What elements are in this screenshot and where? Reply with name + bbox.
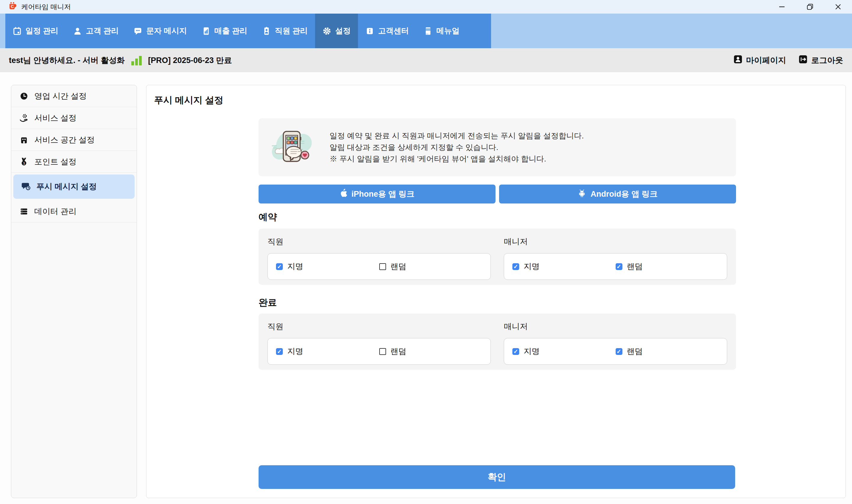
clock-icon (19, 92, 29, 101)
logout-arrow-icon (798, 55, 808, 66)
checkbox-complete-manager-random[interactable]: 랜덤 (616, 346, 727, 357)
signal-bars-icon (131, 55, 142, 65)
checkbox-box-reservation-staff: 지명 랜덤 (268, 253, 491, 280)
phone-notification-illustration (269, 125, 314, 170)
mypage-button[interactable]: 마이페이지 (733, 55, 786, 66)
checkbox-reservation-staff-named[interactable]: 지명 (268, 261, 379, 272)
sidebar-item-business-hours[interactable]: 영업 시간 설정 (11, 85, 137, 107)
apple-icon (340, 189, 347, 200)
window-titlebar: C 케어타임 매니저 (0, 0, 852, 14)
info-icon (365, 26, 374, 36)
mypage-person-icon (733, 55, 743, 66)
content-area: 영업 시간 설정 서비스 설정 서비스 공간 설정 (0, 72, 852, 504)
maximize-button[interactable] (796, 0, 824, 14)
greeting-text: test님 안녕하세요. - 서버 활성화 (9, 55, 125, 66)
tab-staff[interactable]: 직원 관리 (255, 14, 315, 48)
checkbox-box-complete-staff: 지명 랜덤 (268, 338, 491, 365)
checkbox-icon (512, 263, 519, 270)
column-label-staff: 직원 (268, 321, 491, 332)
gear-icon (323, 26, 331, 36)
push-message-settings-panel: 푸시 메시지 설정 (146, 85, 846, 498)
checkbox-reservation-manager-named[interactable]: 지명 (504, 261, 616, 272)
sidebar-item-push-messages[interactable]: 푸시 메시지 설정 (13, 175, 134, 199)
settings-sidebar: 영업 시간 설정 서비스 설정 서비스 공간 설정 (11, 85, 137, 498)
section-heading-complete: 완료 (258, 296, 846, 309)
building-icon (19, 136, 29, 144)
tab-manual[interactable]: 메뉴얼 (416, 14, 467, 48)
sidebar-item-points[interactable]: 1 포인트 설정 (11, 151, 137, 173)
tab-schedule[interactable]: 일정 관리 (5, 14, 66, 48)
checkbox-complete-staff-named[interactable]: 지명 (268, 346, 379, 357)
manual-book-icon (424, 26, 433, 36)
svg-text:1: 1 (23, 162, 25, 165)
main-navbar: 일정 관리 고객 관리 문자 메시지 (0, 14, 852, 48)
android-icon (578, 189, 586, 200)
iphone-app-link-button[interactable]: iPhone용 앱 링크 (258, 184, 495, 203)
info-description: 일정 예약 및 완료 시 직원과 매니저에게 전송되는 푸시 알림을 설정합니다… (329, 130, 584, 165)
tab-settings[interactable]: 설정 (315, 14, 358, 48)
service-hand-gear-icon (19, 113, 29, 123)
checkbox-box-reservation-manager: 지명 랜덤 (504, 253, 727, 280)
confirm-button[interactable]: 확인 (258, 465, 735, 489)
tab-support[interactable]: 고객센터 (358, 14, 416, 48)
minimize-button[interactable] (768, 0, 796, 14)
checkbox-box-complete-manager: 지명 랜덤 (504, 338, 727, 365)
column-label-manager: 매니저 (504, 236, 727, 247)
reservation-panel: 직원 지명 랜덤 매니저 지명 (258, 229, 736, 285)
svg-text:C: C (11, 4, 14, 9)
sidebar-item-service-space[interactable]: 서비스 공간 설정 (11, 129, 137, 151)
info-box: 일정 예약 및 완료 시 직원과 매니저에게 전송되는 푸시 알림을 설정합니다… (258, 118, 736, 176)
window-title: 케어타임 매니저 (21, 2, 71, 12)
checkbox-complete-manager-named[interactable]: 지명 (504, 346, 616, 357)
medal-icon: 1 (19, 157, 29, 166)
checkbox-icon (379, 348, 386, 355)
sales-chart-icon (202, 26, 211, 36)
logout-button[interactable]: 로그아웃 (798, 55, 843, 66)
calendar-icon (13, 26, 22, 36)
customer-icon (73, 26, 82, 36)
checkbox-icon (276, 348, 283, 355)
sidebar-item-data[interactable]: 데이터 관리 (11, 200, 137, 222)
checkbox-complete-staff-random[interactable]: 랜덤 (379, 346, 491, 357)
message-icon (133, 26, 142, 36)
tab-sms[interactable]: 문자 메시지 (126, 14, 194, 48)
checkbox-icon (616, 348, 622, 355)
tab-customers[interactable]: 고객 관리 (66, 14, 126, 48)
checkbox-reservation-manager-random[interactable]: 랜덤 (616, 261, 727, 272)
license-text: [PRO] 2025-06-23 만료 (148, 55, 232, 66)
checkbox-icon (512, 348, 519, 355)
android-app-link-button[interactable]: Android용 앱 링크 (499, 184, 736, 203)
sidebar-item-service-settings[interactable]: 서비스 설정 (11, 107, 137, 129)
checkbox-reservation-staff-random[interactable]: 랜덤 (379, 261, 491, 272)
checkbox-icon (276, 263, 283, 270)
database-icon (19, 207, 29, 216)
caretime-cup-icon: C (8, 2, 17, 12)
status-bar: test님 안녕하세요. - 서버 활성화 [PRO] 2025-06-23 만… (0, 48, 852, 72)
checkbox-icon (616, 263, 622, 270)
page-title: 푸시 메시지 설정 (154, 94, 846, 107)
column-label-staff: 직원 (268, 236, 491, 247)
complete-panel: 직원 지명 랜덤 매니저 지명 (258, 313, 736, 370)
section-heading-reservation: 예약 (258, 211, 846, 223)
push-message-icon (21, 182, 31, 191)
checkbox-icon (379, 263, 386, 270)
column-label-manager: 매니저 (504, 321, 727, 332)
staff-badge-icon (262, 26, 271, 36)
tab-sales[interactable]: 매출 관리 (194, 14, 255, 48)
close-button[interactable] (824, 0, 852, 14)
